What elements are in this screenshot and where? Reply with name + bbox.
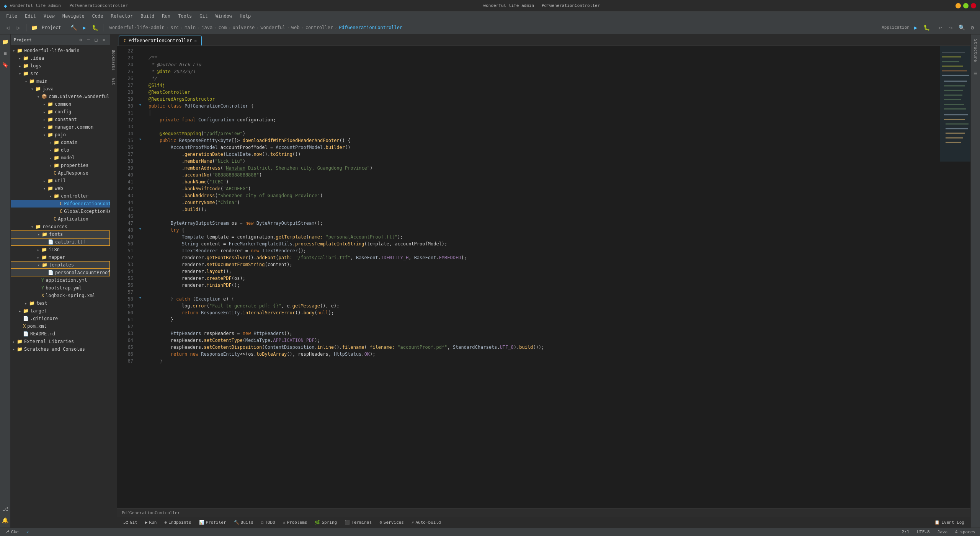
tree-calibri[interactable]: ▸ 📄 calibri.ttf [11,238,110,246]
menu-help[interactable]: Help [237,13,254,20]
git-label[interactable]: Git [111,78,116,85]
tree-readme[interactable]: ▸ 📄 README.md [11,330,110,338]
tree-util[interactable]: ▸ 📁 util [11,177,110,185]
breadcrumb-com[interactable]: com [219,25,227,30]
tree-web[interactable]: ▾ 📁 web [11,185,110,192]
debug-app-button[interactable]: 🐛 [922,23,931,32]
tree-exception-handler[interactable]: ▸ C GlobalExceptionHandler [11,208,110,215]
tree-gitignore[interactable]: ▸ 📄 .gitignore [11,315,110,322]
run-bar-event-log[interactable]: 📋 Event Log [931,518,967,527]
activity-git-icon[interactable]: ⎇ [1,505,10,513]
breadcrumb-src[interactable]: src [170,25,179,30]
menu-build[interactable]: Build [137,13,157,20]
run-bar-terminal[interactable]: ⬛ Terminal [341,518,375,527]
status-indent[interactable]: 4 spaces [954,529,977,534]
breadcrumb-project[interactable]: wonderful-life-admin [109,25,165,30]
run-bar-build[interactable]: 🔨 Build [231,518,256,527]
tree-properties[interactable]: ▸ 📁 properties [11,162,110,169]
status-line-col[interactable]: 2:1 [900,529,911,534]
build-button[interactable]: 🔨 [69,23,78,32]
panel-expand-icon[interactable]: □ [93,37,99,43]
tree-domain[interactable]: ▸ 📁 domain [11,139,110,146]
status-build-info[interactable]: ✓ [25,529,31,534]
tab-pdf-controller[interactable]: C PdfGenerationController ✕ [119,36,202,46]
tree-idea[interactable]: ▸ 📁 .idea [11,54,110,62]
tree-src[interactable]: ▾ 📁 src [11,70,110,77]
menu-view[interactable]: View [41,13,58,20]
breadcrumb-java[interactable]: java [201,25,212,30]
menu-edit[interactable]: Edit [22,13,39,20]
tree-common[interactable]: ▸ 📁 common [11,100,110,108]
tree-test[interactable]: ▸ 📁 test [11,299,110,307]
run-bar-spring[interactable]: 🌿 Spring [312,518,340,527]
maximize-button[interactable] [963,3,969,8]
status-encoding[interactable]: UTF-8 [915,529,931,534]
menu-refactor[interactable]: Refactor [108,13,136,20]
tree-root[interactable]: ▾ 📁 wonderful-life-admin [11,47,110,54]
menu-file[interactable]: File [3,13,20,20]
breadcrumb-web[interactable]: web [291,25,300,30]
tree-main[interactable]: ▾ 📁 main [11,77,110,85]
tree-application[interactable]: ▸ C Application [11,215,110,223]
menu-tools[interactable]: Tools [175,13,195,20]
tree-mapper[interactable]: ▸ 📁 mapper [11,253,110,261]
tree-external-libs[interactable]: ▸ 📁 External Libraries [11,338,110,345]
activity-project-icon[interactable]: 📁 [1,38,10,46]
settings-button[interactable]: ⚙ [968,23,977,32]
back-button[interactable]: ◁ [3,23,12,32]
tree-logs[interactable]: ▸ 📁 logs [11,62,110,70]
tree-personal-proof[interactable]: ▸ 📄 personalAccountProof.ft [11,269,110,276]
panel-collapse-icon[interactable]: — [85,37,91,43]
menu-navigate[interactable]: Navigate [59,13,88,20]
tree-pom[interactable]: ▸ X pom.xml [11,322,110,330]
activity-structure-icon[interactable]: ≡ [1,49,10,57]
tree-package[interactable]: ▾ 📦 com.universe.wonderful [11,93,110,100]
run-app-button[interactable]: ▶ [911,23,920,32]
panel-close-icon[interactable]: ✕ [101,37,107,43]
status-git-branch[interactable]: ⎇ Gke [3,529,20,534]
close-button[interactable] [971,3,976,8]
search-everywhere-button[interactable]: 🔍 [957,23,966,32]
run-bar-autobuild[interactable]: ⚡ Auto-build [408,518,444,527]
forward-button[interactable]: ▷ [14,23,23,32]
right-panel-notifications-icon[interactable]: ☰ [972,68,980,79]
tree-bootstrap-yml[interactable]: ▸ Y bootstrap.yml [11,284,110,292]
menu-git[interactable]: Git [196,13,211,20]
project-toggle-button[interactable]: 📁 [29,23,39,32]
tree-pojo[interactable]: ▾ 📁 pojo [11,131,110,139]
run-bar-todo[interactable]: ☐ TODO [258,518,278,527]
activity-bookmark-icon[interactable]: 🔖 [1,60,10,69]
run-bar-problems[interactable]: ⚠ Problems [280,518,310,527]
run-bar-git[interactable]: ⎇ Git [120,518,140,527]
redo-button[interactable]: ↪ [946,23,956,32]
breadcrumb-wonderful[interactable]: wonderful [260,25,285,30]
status-filetype[interactable]: Java [936,529,949,534]
menu-window[interactable]: Window [212,13,235,20]
tab-close-pdf[interactable]: ✕ [194,39,197,43]
breadcrumb-controller[interactable]: controller [305,25,333,30]
bookmarks-label[interactable]: Bookmarks [111,50,116,70]
breadcrumb-file[interactable]: PdfGenerationController [339,25,402,30]
minimize-button[interactable] [956,3,961,8]
project-tree[interactable]: ▾ 📁 wonderful-life-admin ▸ 📁 .idea ▸ 📁 l… [11,45,110,528]
menu-run[interactable]: Run [159,13,173,20]
undo-button[interactable]: ↩ [936,23,945,32]
tree-model[interactable]: ▸ 📁 model [11,154,110,162]
tree-target[interactable]: ▸ 📁 target [11,307,110,315]
run-bar-profiler[interactable]: 📊 Profiler [196,518,229,527]
tree-i18n[interactable]: ▸ 📁 i18n [11,246,110,253]
tree-scratches[interactable]: ▸ 📁 Scratches and Consoles [11,345,110,353]
tree-java[interactable]: ▾ 📁 java [11,85,110,93]
tree-dto[interactable]: ▸ 📁 dto [11,146,110,154]
activity-notifications-icon[interactable]: 🔔 [1,516,10,525]
run-bar-services[interactable]: ⚙ Services [376,518,407,527]
tree-resources[interactable]: ▾ 📁 resources [11,223,110,230]
run-button[interactable]: ▶ [80,23,89,32]
breadcrumb-universe[interactable]: universe [232,25,255,30]
tree-templates[interactable]: ▾ 📁 templates [11,261,110,269]
panel-settings-icon[interactable]: ⚙ [78,37,84,43]
tree-apiresponse[interactable]: ▸ C ApiResponse [11,169,110,177]
run-bar-endpoints[interactable]: ⊕ Endpoints [161,518,194,527]
tree-fonts[interactable]: ▾ 📁 fonts [11,230,110,238]
debug-button[interactable]: 🐛 [91,23,100,32]
